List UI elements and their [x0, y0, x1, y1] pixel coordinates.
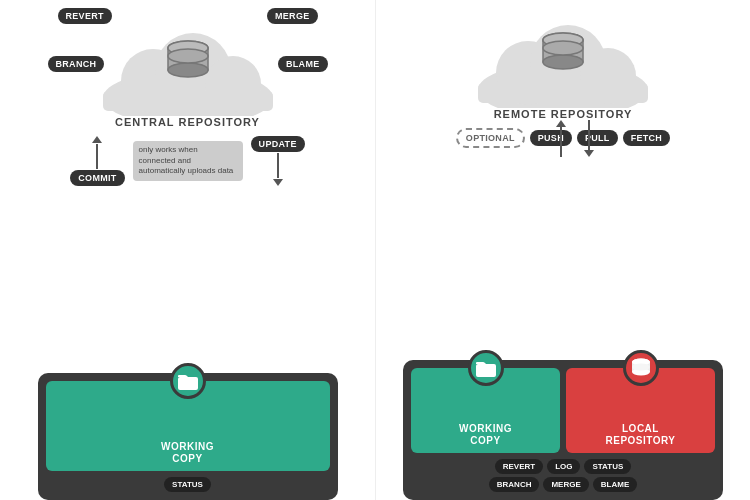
right-branch-badge: BRANCH: [489, 477, 540, 492]
central-repo-label: CENTRAL REPOSITORY: [115, 116, 260, 128]
update-arrow-down: [273, 179, 283, 186]
right-device: WORKINGCOPY: [403, 360, 723, 500]
svg-point-9: [168, 49, 208, 63]
folder-icon-right: [476, 359, 496, 377]
svg-rect-21: [476, 364, 496, 377]
folder-icon-left: [178, 372, 198, 390]
right-working-copy-label: WORKINGCOPY: [459, 423, 512, 447]
right-arrow-down: [584, 150, 594, 157]
revert-badge: REVERT: [58, 8, 112, 24]
db-icon-left: [163, 36, 213, 86]
svg-rect-10: [178, 377, 198, 390]
local-repo-db-wrapper: [623, 350, 659, 386]
right-device-inner: WORKINGCOPY: [411, 368, 715, 453]
local-repo-box: LOCALREPOSITORY: [566, 368, 715, 453]
commit-line: [96, 144, 98, 169]
right-badges-row1: REVERT LOG STATUS: [411, 459, 715, 474]
commit-arrow-up: [92, 136, 102, 143]
right-log-badge: LOG: [547, 459, 580, 474]
update-badge: UPDATE: [251, 136, 305, 152]
right-status-badge: STATUS: [584, 459, 631, 474]
left-device-inner: WORKINGCOPY: [46, 381, 330, 471]
main-container: REVERT MERGE BRANCH BLAME: [0, 0, 750, 500]
local-repo-db-circle: [623, 350, 659, 386]
left-device: WORKINGCOPY STATUS: [38, 373, 338, 500]
left-status-badge: STATUS: [164, 477, 211, 492]
left-working-copy-label: WORKINGCOPY: [161, 441, 214, 465]
right-revert-badge: REVERT: [495, 459, 543, 474]
right-panel: REMOTE REPOSITORY OPTIONAL PUSH PULL FET…: [375, 0, 750, 500]
left-folder-wrapper: [170, 363, 206, 399]
db-icon-right: [538, 28, 588, 78]
svg-point-18: [543, 55, 583, 69]
svg-point-26: [632, 364, 650, 371]
right-down-line: [588, 120, 590, 150]
right-working-copy-box: WORKINGCOPY: [411, 368, 560, 453]
svg-rect-15: [478, 83, 648, 103]
remote-repo-label: REMOTE REPOSITORY: [494, 108, 633, 120]
right-up-line: [560, 127, 562, 157]
commit-badge: COMMIT: [70, 170, 124, 186]
fetch-badge: FETCH: [623, 130, 671, 146]
local-db-icon: [630, 357, 652, 379]
local-repo-label: LOCALREPOSITORY: [605, 423, 675, 447]
right-folder-circle: [468, 350, 504, 386]
branch-badge: BRANCH: [48, 56, 105, 72]
svg-point-7: [168, 63, 208, 77]
left-folder-circle: [170, 363, 206, 399]
left-panel: REVERT MERGE BRANCH BLAME: [0, 0, 375, 500]
note-box: only works when connected and automatica…: [133, 141, 243, 180]
blame-badge: BLAME: [278, 56, 328, 72]
right-folder-wrapper: [468, 350, 504, 386]
svg-rect-4: [103, 91, 273, 111]
left-working-copy-box: WORKINGCOPY: [46, 381, 330, 471]
right-merge-badge: MERGE: [543, 477, 588, 492]
right-badges-row2: BRANCH MERGE BLAME: [411, 477, 715, 492]
merge-badge: MERGE: [267, 8, 318, 24]
left-device-badges: STATUS: [46, 477, 330, 492]
update-line: [277, 153, 279, 178]
optional-badge: OPTIONAL: [456, 128, 525, 148]
right-arrow-up: [556, 120, 566, 127]
right-blame-badge: BLAME: [593, 477, 637, 492]
svg-point-20: [543, 41, 583, 55]
